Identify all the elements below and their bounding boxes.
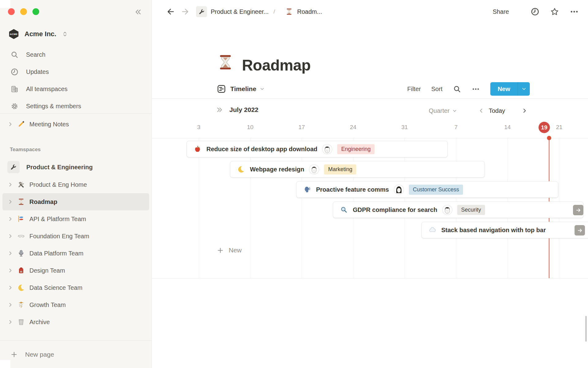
timeline-card[interactable]: Webpage redesignMarketing (230, 161, 485, 178)
date-label[interactable]: 31 (401, 124, 408, 131)
teamspace-root-product-engineering[interactable]: Product & Engineering (2, 158, 149, 176)
date-label[interactable]: 17 (298, 124, 305, 131)
filter-button[interactable]: Filter (407, 86, 421, 93)
date-label[interactable]: 10 (247, 124, 253, 131)
sidebar-item-design-team[interactable]: Design Team (2, 262, 149, 279)
timeline-card[interactable]: Reduce size of desktop app downloadEngin… (187, 141, 448, 157)
sidebar-item-api-platform-team[interactable]: API & Platform Team (2, 210, 149, 228)
workspace-switcher-icon (62, 31, 68, 37)
sidebar-item-label: Archive (29, 319, 50, 326)
new-button[interactable]: New (490, 82, 530, 96)
timeline-card[interactable]: GDPR compliance for searchSecurity (333, 201, 583, 218)
sidebar-item-growth-team[interactable]: Growth Team (2, 296, 149, 313)
close-button[interactable] (8, 8, 15, 15)
scrollbar-thumb[interactable] (585, 316, 587, 342)
timeline-next-button[interactable] (521, 107, 528, 114)
teamspaces-list: Product & EngineeringProduct & Eng HomeR… (2, 158, 149, 331)
page-title[interactable]: Roadmap (242, 57, 311, 74)
sidebar-item-data-platform-team[interactable]: Data Platform Team (2, 245, 149, 262)
timeline-card[interactable]: Proactive feature commsCustomer Success (296, 181, 558, 198)
sidebar-item-label: API & Platform Team (29, 216, 86, 223)
workspace-logo-icon: ACME (8, 28, 20, 40)
chevron-right-icon (7, 216, 13, 222)
expand-timeline-icon[interactable] (216, 106, 223, 113)
breadcrumb-page[interactable]: Roadm... (285, 7, 322, 16)
chevron-down-icon (521, 86, 527, 92)
office-building-icon (10, 85, 19, 93)
sidebar-item-meeting-notes[interactable]: Meeting Notes (2, 116, 149, 133)
date-label[interactable]: 14 (504, 124, 511, 131)
sidebar-item-roadmap[interactable]: Roadmap (2, 193, 149, 210)
assignee-avatar (309, 164, 319, 174)
hourglass-icon (285, 7, 293, 16)
sidebar-item-label: Data Science Team (29, 284, 82, 291)
search-icon[interactable] (453, 85, 461, 93)
breadcrumb-teamspace[interactable]: Product & Engineer... (196, 6, 269, 17)
topbar: Product & Engineer... / Roadm... Share (152, 0, 588, 23)
card-title: Webpage redesign (250, 166, 304, 173)
today-date-badge[interactable]: 19 (539, 122, 550, 133)
chevron-right-icon (7, 302, 13, 308)
open-card-arrow-button[interactable] (575, 225, 585, 236)
timeline-new-item-button[interactable]: New (217, 247, 242, 254)
sidebar-item-label: Search (26, 51, 45, 58)
page-hourglass-icon[interactable] (217, 51, 234, 73)
assignee-avatar (322, 144, 332, 154)
sidebar-item-label: Design Team (29, 267, 65, 274)
workspace-name: Acme Inc. (24, 30, 56, 38)
new-page-button[interactable]: New page (0, 340, 152, 368)
timeline-today-button[interactable]: Today (489, 107, 505, 114)
breadcrumb-separator: / (273, 8, 275, 15)
week-gridline (302, 138, 302, 278)
date-label[interactable]: 7 (454, 124, 458, 131)
new-page-label: New page (25, 351, 54, 358)
sidebar-item-search[interactable]: Search (2, 46, 149, 63)
chevron-right-icon (7, 199, 13, 205)
view-tab-timeline[interactable]: Timeline (230, 85, 256, 93)
date-label[interactable]: 3 (197, 124, 201, 131)
chevron-down-icon[interactable] (259, 86, 265, 92)
hammer-and-wrench-icon (17, 181, 25, 189)
sidebar-item-label: Updates (26, 68, 49, 75)
favorite-star-icon[interactable] (550, 7, 559, 16)
sidebar-item-updates[interactable]: Updates (2, 63, 149, 80)
date-label[interactable]: 21 (556, 124, 562, 131)
timeline-prev-button[interactable] (478, 107, 484, 114)
history-clock-icon[interactable] (530, 7, 540, 16)
open-card-arrow-button[interactable] (573, 205, 583, 215)
speaking-head-icon (303, 186, 311, 194)
sidebar-item-foundation-eng-team[interactable]: Foundation Eng Team (2, 228, 149, 245)
sidebar-item-all-teamspaces[interactable]: All teamspaces (2, 80, 149, 98)
back-button[interactable] (167, 7, 175, 16)
timeline-zoom-select[interactable]: Quarter (429, 107, 457, 114)
timeline-canvas-top-border (152, 138, 588, 138)
timeline-card[interactable]: Stack based navigation with top bar (421, 222, 588, 238)
share-button[interactable]: Share (493, 8, 509, 15)
view-controls: Timeline Filter Sort New (152, 79, 588, 99)
sidebar-item-archive[interactable]: Archive (2, 313, 149, 331)
sidebar-item-product-eng-home[interactable]: Product & Eng Home (2, 176, 149, 193)
team-tag: Marketing (324, 164, 356, 174)
workspace-switcher[interactable]: ACME Acme Inc. (8, 26, 68, 42)
window-corner (0, 0, 10, 8)
breadcrumb-label: Product & Engineer... (211, 8, 269, 15)
window-corner (0, 360, 10, 368)
new-button-caret[interactable] (518, 82, 530, 96)
page-header: Roadmap (152, 23, 588, 79)
wrench-icon (198, 9, 205, 15)
minimize-button[interactable] (20, 8, 27, 15)
sidebar-item-settings-members[interactable]: Settings & members (2, 98, 149, 115)
date-label[interactable]: 24 (350, 124, 356, 131)
sidebar-shared-section: Meeting Notes (0, 113, 152, 133)
card-title: Reduce size of desktop app download (206, 146, 317, 153)
forward-button[interactable] (181, 7, 189, 16)
sidebar-item-data-science-team[interactable]: Data Science Team (2, 279, 149, 296)
chevron-right-icon (7, 121, 13, 127)
sort-button[interactable]: Sort (431, 86, 443, 93)
timeline-month-label[interactable]: July 2022 (229, 106, 258, 113)
more-options-icon[interactable] (570, 7, 579, 16)
sidebar-collapse-button[interactable] (133, 7, 143, 17)
zoom-button[interactable] (32, 8, 39, 15)
more-options-icon[interactable] (472, 85, 480, 93)
assignee-avatar (442, 205, 452, 215)
